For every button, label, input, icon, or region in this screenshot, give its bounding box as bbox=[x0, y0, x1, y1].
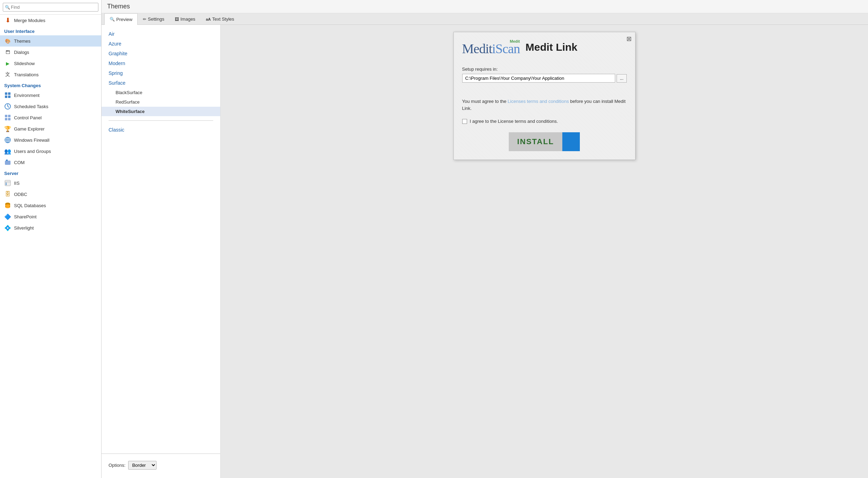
theme-item-modern[interactable]: Modern bbox=[102, 58, 220, 68]
install-button[interactable]: INSTALL bbox=[509, 132, 562, 151]
sidebar-item-merge-modules[interactable]: ⬇ Merge Modules bbox=[0, 15, 101, 26]
sidebar-item-users-groups-label: Users and Groups bbox=[14, 149, 51, 154]
sidebar-item-environment[interactable]: Environment bbox=[0, 90, 101, 101]
images-tab-icon: 🖼 bbox=[175, 17, 179, 22]
control-panel-icon bbox=[4, 114, 11, 121]
sidebar-item-iis-label: IIS bbox=[14, 181, 20, 186]
installer-logo-text: Medit iScan bbox=[462, 42, 520, 55]
sidebar-item-sharepoint[interactable]: 🔷 SharePoint bbox=[0, 211, 101, 222]
sidebar-item-silverlight[interactable]: 💠 Silverlight bbox=[0, 222, 101, 233]
content-area: Air Azure Graphite Modern Spring Surface… bbox=[102, 25, 868, 478]
svg-rect-10 bbox=[8, 118, 11, 120]
odbc-icon: 🗄 bbox=[4, 191, 11, 198]
sidebar-item-windows-firewall[interactable]: Windows Firewall bbox=[0, 134, 101, 146]
svg-point-24 bbox=[5, 204, 10, 206]
installer-product-title: Medit Link bbox=[526, 41, 577, 53]
svg-rect-16 bbox=[6, 160, 8, 161]
theme-item-surface[interactable]: Surface bbox=[102, 78, 220, 88]
themes-icon: 🎨 bbox=[4, 37, 11, 44]
options-select[interactable]: Border None Shadow bbox=[128, 461, 157, 470]
sidebar-item-com-label: COM bbox=[14, 160, 25, 165]
theme-item-blacksurface[interactable]: BlackSurface bbox=[102, 88, 220, 97]
installer-close-button[interactable]: ⊠ bbox=[626, 35, 632, 43]
sidebar-item-themes-label: Themes bbox=[14, 38, 30, 44]
merge-modules-icon: ⬇ bbox=[4, 17, 11, 24]
scheduled-tasks-icon bbox=[4, 103, 11, 110]
theme-item-redsurface[interactable]: RedSurface bbox=[102, 97, 220, 107]
sharepoint-icon: 🔷 bbox=[4, 213, 11, 220]
sidebar-item-sql-databases[interactable]: SQL Databases bbox=[0, 200, 101, 211]
options-row: Options: Border None Shadow bbox=[109, 461, 213, 470]
svg-line-6 bbox=[8, 106, 9, 107]
main-content: Themes 🔍 Preview ✏ Settings 🖼 Images aA … bbox=[102, 0, 868, 478]
sidebar-item-translations-label: Translations bbox=[14, 72, 39, 77]
svg-rect-15 bbox=[5, 161, 11, 165]
sidebar-item-themes[interactable]: 🎨 Themes bbox=[0, 35, 101, 47]
theme-list: Air Azure Graphite Modern Spring Surface… bbox=[102, 25, 221, 478]
tab-preview[interactable]: 🔍 Preview bbox=[104, 13, 138, 25]
install-button-area: INSTALL bbox=[509, 132, 580, 151]
sidebar-item-environment-label: Environment bbox=[14, 93, 40, 98]
theme-list-top: Air Azure Graphite Modern Spring Surface… bbox=[102, 29, 220, 440]
theme-options-area: Options: Border None Shadow bbox=[102, 454, 220, 474]
spacer bbox=[462, 91, 627, 98]
installer-path-input[interactable] bbox=[462, 74, 616, 83]
tab-text-styles[interactable]: aA Text Styles bbox=[201, 13, 239, 24]
installer-checkbox-row: I agree to the License terms and conditi… bbox=[462, 119, 627, 124]
license-checkbox[interactable] bbox=[462, 119, 467, 124]
sidebar-item-sharepoint-label: SharePoint bbox=[14, 214, 36, 219]
installer-browse-button[interactable]: ... bbox=[617, 74, 626, 83]
sidebar-item-translations[interactable]: 文 Translations bbox=[0, 69, 101, 80]
sidebar-item-game-explorer[interactable]: 🏆 Game Explorer bbox=[0, 123, 101, 134]
text-styles-tab-icon: aA bbox=[206, 17, 211, 21]
installer-inner: ⊠ Medit Medit iScan Medit Link bbox=[454, 32, 635, 160]
theme-item-whitesurface[interactable]: WhiteSurface bbox=[102, 107, 220, 116]
tab-images[interactable]: 🖼 Images bbox=[169, 13, 201, 24]
license-checkbox-label: I agree to the License terms and conditi… bbox=[470, 119, 558, 124]
sidebar-item-slideshow[interactable]: ▶ Slideshow bbox=[0, 58, 101, 69]
sidebar-item-odbc-label: ODBC bbox=[14, 192, 27, 197]
sql-databases-icon bbox=[4, 202, 11, 209]
theme-divider bbox=[109, 120, 213, 121]
tabs-bar: 🔍 Preview ✏ Settings 🖼 Images aA Text St… bbox=[102, 13, 868, 25]
slideshow-icon: ▶ bbox=[4, 60, 11, 67]
theme-item-graphite[interactable]: Graphite bbox=[102, 49, 220, 58]
installer-license-text: You must agree to the Licenses terms and… bbox=[462, 98, 627, 112]
sidebar-item-odbc[interactable]: 🗄 ODBC bbox=[0, 189, 101, 200]
section-header-system-changes: System Changes bbox=[0, 80, 101, 90]
sidebar-item-dialogs[interactable]: 🗔 Dialogs bbox=[0, 47, 101, 58]
dialogs-icon: 🗔 bbox=[4, 49, 11, 56]
installer-window: ⊠ Medit Medit iScan Medit Link bbox=[453, 32, 636, 160]
theme-item-air[interactable]: Air bbox=[102, 29, 220, 39]
settings-tab-label: Settings bbox=[148, 16, 164, 22]
theme-item-spring[interactable]: Spring bbox=[102, 68, 220, 78]
sidebar-item-sql-databases-label: SQL Databases bbox=[14, 203, 46, 208]
section-header-server: Server bbox=[0, 168, 101, 177]
install-button-arrow[interactable] bbox=[562, 132, 580, 151]
com-icon bbox=[4, 159, 11, 166]
iis-icon bbox=[4, 180, 11, 187]
sidebar-item-control-panel[interactable]: Control Panel bbox=[0, 112, 101, 123]
preview-panel: ⊠ Medit Medit iScan Medit Link bbox=[221, 25, 868, 478]
svg-rect-7 bbox=[5, 115, 7, 117]
users-groups-icon: 👥 bbox=[4, 148, 11, 155]
sidebar-item-com[interactable]: COM bbox=[0, 157, 101, 168]
svg-rect-2 bbox=[5, 96, 7, 98]
sidebar-item-slideshow-label: Slideshow bbox=[14, 61, 35, 66]
theme-item-classic[interactable]: Classic bbox=[102, 125, 220, 135]
installer-header: Medit Medit iScan Medit Link bbox=[454, 32, 635, 61]
environment-icon bbox=[4, 92, 11, 99]
sidebar-item-users-groups[interactable]: 👥 Users and Groups bbox=[0, 146, 101, 157]
sidebar-item-iis[interactable]: IIS bbox=[0, 177, 101, 189]
text-styles-tab-label: Text Styles bbox=[212, 16, 234, 22]
search-wrapper: 🔍 bbox=[3, 3, 98, 12]
search-input[interactable] bbox=[3, 3, 98, 12]
sidebar-item-scheduled-tasks[interactable]: Scheduled Tasks bbox=[0, 101, 101, 112]
sidebar-item-control-panel-label: Control Panel bbox=[14, 115, 42, 120]
theme-item-azure[interactable]: Azure bbox=[102, 39, 220, 49]
license-link[interactable]: Licenses terms and conditions bbox=[508, 99, 569, 104]
svg-rect-9 bbox=[5, 118, 7, 120]
sidebar-item-scheduled-tasks-label: Scheduled Tasks bbox=[14, 104, 48, 109]
translations-icon: 文 bbox=[4, 71, 11, 78]
tab-settings[interactable]: ✏ Settings bbox=[138, 13, 169, 24]
